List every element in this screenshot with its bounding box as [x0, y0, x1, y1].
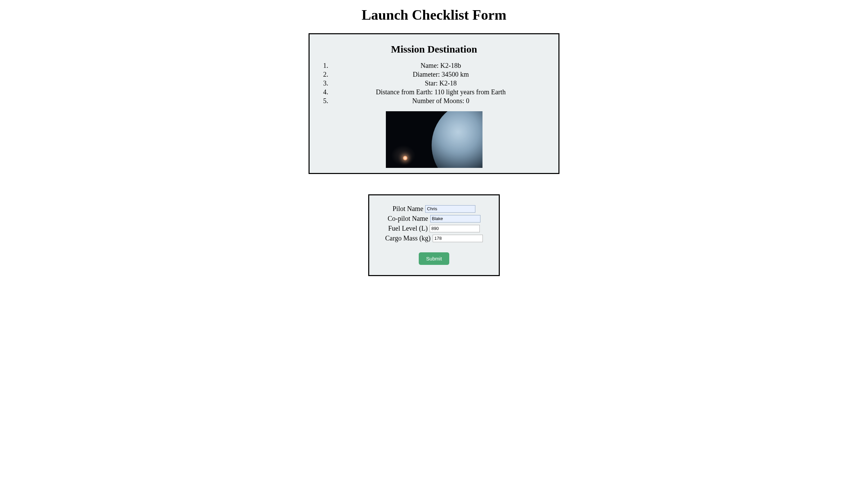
list-item: Name: K2-18b: [330, 61, 552, 70]
list-item: Diameter: 34500 km: [330, 70, 552, 79]
mission-destination-panel: Mission Destination Name: K2-18b Diamete…: [309, 33, 559, 174]
star-icon: [403, 156, 408, 160]
list-item: Number of Moons: 0: [330, 96, 552, 105]
cargo-label: Cargo Mass (kg): [385, 234, 431, 242]
planet-icon: [432, 111, 482, 168]
fuel-level-input[interactable]: [430, 225, 480, 232]
launch-form-panel: Pilot Name Co-pilot Name Fuel Level (L) …: [368, 194, 500, 276]
form-row-copilot: Co-pilot Name: [376, 215, 492, 222]
cargo-mass-input[interactable]: [433, 235, 483, 242]
form-row-pilot: Pilot Name: [376, 205, 492, 213]
copilot-name-input[interactable]: [430, 215, 480, 222]
copilot-label: Co-pilot Name: [388, 215, 428, 222]
fuel-label: Fuel Level (L): [388, 225, 428, 232]
list-item: Star: K2-18: [330, 79, 552, 88]
launch-form: Pilot Name Co-pilot Name Fuel Level (L) …: [376, 205, 492, 265]
pilot-label: Pilot Name: [393, 205, 423, 213]
form-row-cargo: Cargo Mass (kg): [376, 234, 492, 242]
list-item: Distance from Earth: 110 light years fro…: [330, 88, 552, 96]
pilot-name-input[interactable]: [425, 205, 475, 213]
mission-details-list: Name: K2-18b Diameter: 34500 km Star: K2…: [316, 61, 552, 105]
form-row-fuel: Fuel Level (L): [376, 225, 492, 232]
planet-image: [386, 111, 482, 168]
page-title: Launch Checklist Form: [0, 7, 868, 23]
mission-heading: Mission Destination: [316, 43, 552, 55]
submit-button[interactable]: Submit: [419, 252, 450, 265]
